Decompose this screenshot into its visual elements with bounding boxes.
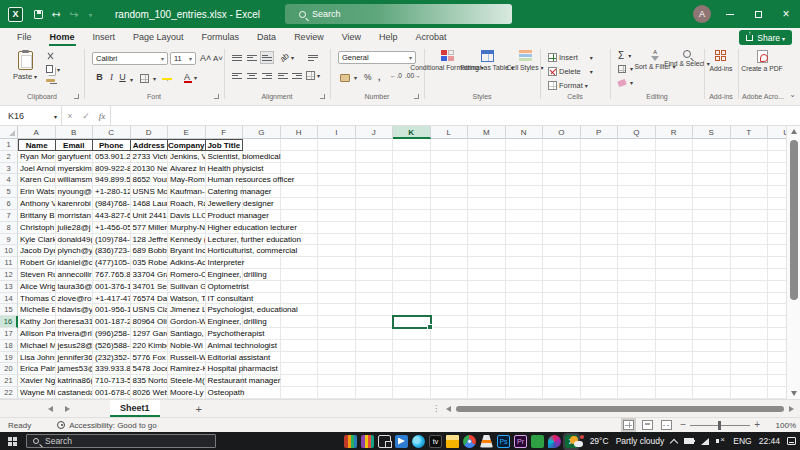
- grid-cell[interactable]: nyoung@: [56, 186, 94, 198]
- grid-cell[interactable]: [356, 234, 394, 246]
- grid-cell[interactable]: [731, 328, 769, 340]
- grid-cell[interactable]: [581, 198, 619, 210]
- grid-cell[interactable]: Noble-Wi: [168, 340, 206, 352]
- grid-cell[interactable]: [506, 340, 544, 352]
- grid-cell[interactable]: [318, 293, 356, 305]
- grid-cell[interactable]: (477)105-(: [93, 257, 131, 269]
- close-button[interactable]: ×: [772, 0, 800, 28]
- grid-cell[interactable]: Osteopath: [206, 387, 244, 399]
- row-header-7[interactable]: 7: [0, 210, 18, 222]
- grid-cell[interactable]: [618, 281, 656, 293]
- grid-cell[interactable]: [656, 387, 694, 399]
- grid-cell[interactable]: [281, 210, 319, 222]
- grid-cell[interactable]: [731, 281, 769, 293]
- grid-cell[interactable]: [431, 186, 469, 198]
- tab-review[interactable]: Review: [285, 28, 333, 46]
- grid-cell[interactable]: Editorial assistant: [206, 352, 244, 364]
- grid-cell[interactable]: [581, 222, 619, 234]
- grid-cell[interactable]: [543, 293, 581, 305]
- grid-cell[interactable]: (232)352-1: [93, 352, 131, 364]
- grid-cell[interactable]: [356, 139, 394, 151]
- vlc-icon[interactable]: [480, 435, 493, 448]
- grid-cell[interactable]: [431, 151, 469, 163]
- grid-cell[interactable]: [543, 210, 581, 222]
- grid-cell[interactable]: Joel Arnol: [18, 163, 56, 175]
- grid-cell[interactable]: [543, 186, 581, 198]
- grid-cell[interactable]: [506, 139, 544, 151]
- grid-cell[interactable]: [618, 375, 656, 387]
- grid-cell[interactable]: [731, 269, 769, 281]
- grid-cell[interactable]: 001-956-1: [93, 304, 131, 316]
- fill-button[interactable]: [618, 64, 633, 73]
- grid-cell[interactable]: [318, 174, 356, 186]
- grid-cell[interactable]: May-Rom: [168, 174, 206, 186]
- redo-button[interactable]: ↪▾: [65, 5, 83, 23]
- grid-cell[interactable]: Catering manager: [206, 186, 244, 198]
- fill-color-button[interactable]: [162, 74, 169, 83]
- accounting-format-button[interactable]: [340, 73, 357, 82]
- grid-cell[interactable]: [543, 151, 581, 163]
- grid-cell[interactable]: [468, 363, 506, 375]
- grid-cell[interactable]: [393, 269, 431, 281]
- grid-cell[interactable]: +1-456-05: [93, 222, 131, 234]
- grid-cell[interactable]: [656, 245, 694, 257]
- grid-cell[interactable]: [693, 375, 731, 387]
- grid-cell[interactable]: [318, 328, 356, 340]
- grid-cell[interactable]: Jenkins, V: [168, 151, 206, 163]
- grid-cell[interactable]: [581, 293, 619, 305]
- grid-cell[interactable]: Erica Palm: [18, 363, 56, 375]
- grid-cell[interactable]: [581, 163, 619, 175]
- grid-cell[interactable]: [431, 340, 469, 352]
- grid-cell[interactable]: [356, 340, 394, 352]
- select-all-corner[interactable]: [0, 126, 18, 139]
- horizontal-scrollbar[interactable]: [444, 400, 796, 417]
- premiere-icon[interactable]: [514, 435, 527, 448]
- grid-cell[interactable]: [393, 186, 431, 198]
- customize-qat-button[interactable]: ▿: [83, 5, 101, 23]
- grid-cell[interactable]: [318, 151, 356, 163]
- create-pdf-button[interactable]: Create a PDF: [742, 50, 782, 92]
- collapse-ribbon-icon[interactable]: ⌄: [789, 90, 796, 99]
- formula-input[interactable]: [110, 106, 800, 125]
- row-header-16[interactable]: 16: [0, 316, 18, 328]
- grid-cell[interactable]: [393, 328, 431, 340]
- grid-cell[interactable]: [543, 375, 581, 387]
- grid-cell[interactable]: [543, 222, 581, 234]
- column-header-K[interactable]: K: [393, 126, 431, 139]
- grid-cell[interactable]: [318, 186, 356, 198]
- clear-dropdown-icon[interactable]: [628, 78, 633, 87]
- page-break-view-button[interactable]: [661, 420, 672, 430]
- grid-cell[interactable]: [543, 281, 581, 293]
- grid-cell[interactable]: [318, 340, 356, 352]
- grid-cell[interactable]: jesus28@: [56, 340, 94, 352]
- grid-cell[interactable]: [581, 234, 619, 246]
- grid-cell[interactable]: [506, 186, 544, 198]
- vertical-scrollbar[interactable]: [786, 126, 800, 399]
- grid-cell[interactable]: [693, 328, 731, 340]
- grid-cell[interactable]: [731, 210, 769, 222]
- borders-dropdown-icon[interactable]: [151, 74, 156, 83]
- grid-cell[interactable]: [768, 198, 786, 210]
- align-bottom-button[interactable]: [260, 51, 274, 64]
- grid-cell[interactable]: [693, 304, 731, 316]
- copy-dropdown-icon[interactable]: [55, 66, 60, 73]
- grid-cell[interactable]: Santiago,: [168, 328, 206, 340]
- battery-icon[interactable]: [684, 438, 694, 444]
- column-header-Q[interactable]: Q: [618, 126, 656, 139]
- grid-cell[interactable]: IT consultant: [206, 293, 244, 305]
- grid-cell[interactable]: [506, 387, 544, 399]
- grid-cell[interactable]: [431, 269, 469, 281]
- grid-cell[interactable]: [731, 304, 769, 316]
- grid-cell[interactable]: [768, 210, 786, 222]
- font-name-combo[interactable]: Calibri: [92, 52, 168, 65]
- italic-button[interactable]: I: [106, 72, 117, 82]
- network-icon[interactable]: [701, 438, 709, 445]
- grid-cell[interactable]: [318, 257, 356, 269]
- format-as-table-button[interactable]: Format as Table: [468, 50, 506, 92]
- grid-cell[interactable]: Bryant Inc: [168, 245, 206, 257]
- grid-cell[interactable]: [656, 304, 694, 316]
- grid-cell[interactable]: [693, 269, 731, 281]
- grid-cell[interactable]: [768, 328, 786, 340]
- grid-cell[interactable]: morristan: [56, 210, 94, 222]
- grid-cell[interactable]: Erin Wats: [18, 186, 56, 198]
